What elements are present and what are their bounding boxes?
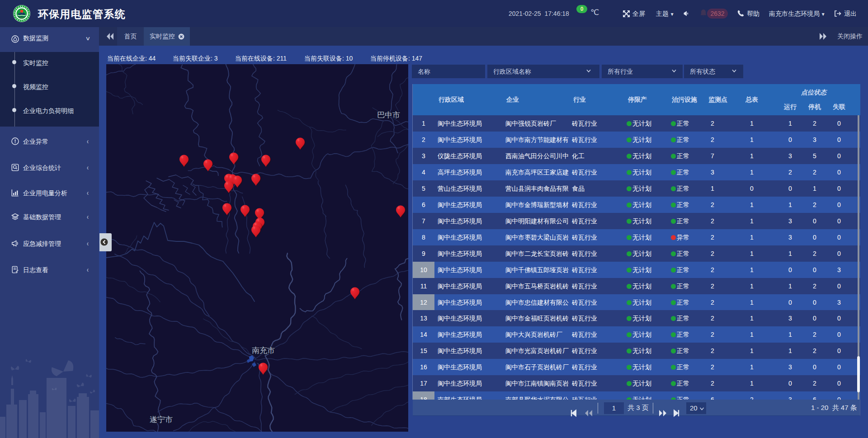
svg-text:遂宁市: 遂宁市 bbox=[150, 415, 173, 424]
svg-text:南充市: 南充市 bbox=[252, 346, 275, 355]
svg-text:巴中市: 巴中市 bbox=[377, 111, 400, 119]
